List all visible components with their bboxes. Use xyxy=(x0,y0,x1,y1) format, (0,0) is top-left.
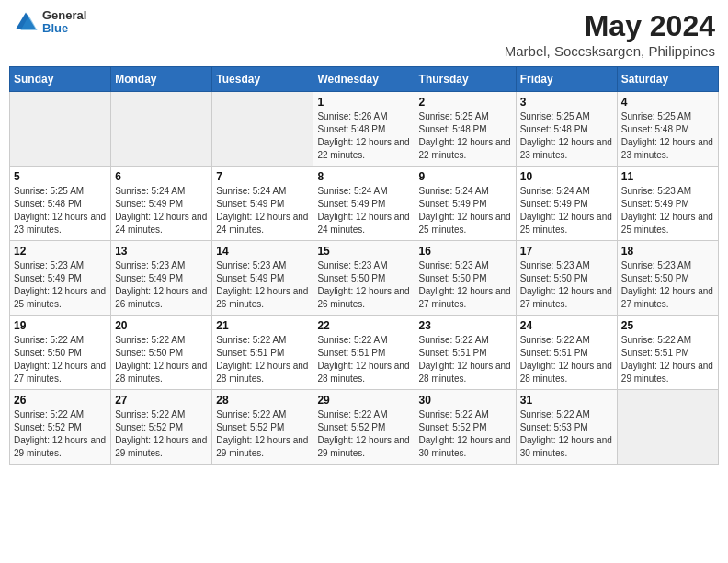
day-number: 22 xyxy=(317,319,410,332)
day-info: Sunrise: 5:22 AMSunset: 5:53 PMDaylight:… xyxy=(520,408,613,460)
day-number: 29 xyxy=(317,394,410,407)
day-number: 27 xyxy=(115,394,208,407)
calendar-cell: 15Sunrise: 5:23 AMSunset: 5:50 PMDayligh… xyxy=(313,241,415,316)
page-subtitle: Marbel, Soccsksargen, Philippines xyxy=(505,43,715,59)
calendar-cell: 6Sunrise: 5:24 AMSunset: 5:49 PMDaylight… xyxy=(111,167,212,241)
logo-icon xyxy=(13,9,39,35)
day-number: 3 xyxy=(520,96,613,109)
logo-text: General Blue xyxy=(42,9,86,36)
day-info: Sunrise: 5:24 AMSunset: 5:49 PMDaylight:… xyxy=(317,185,410,236)
day-info: Sunrise: 5:22 AMSunset: 5:50 PMDaylight:… xyxy=(115,334,208,385)
day-number: 26 xyxy=(14,394,107,407)
day-number: 5 xyxy=(14,170,107,183)
calendar-cell: 28Sunrise: 5:22 AMSunset: 5:52 PMDayligh… xyxy=(212,390,313,465)
calendar-cell: 29Sunrise: 5:22 AMSunset: 5:52 PMDayligh… xyxy=(313,390,415,465)
logo: General Blue xyxy=(13,9,86,36)
weekday-header: Saturday xyxy=(617,67,718,92)
calendar-cell: 20Sunrise: 5:22 AMSunset: 5:50 PMDayligh… xyxy=(111,316,212,390)
day-info: Sunrise: 5:25 AMSunset: 5:48 PMDaylight:… xyxy=(520,110,613,162)
day-info: Sunrise: 5:22 AMSunset: 5:51 PMDaylight:… xyxy=(317,334,410,385)
calendar-cell xyxy=(212,92,313,167)
calendar-week-row: 5Sunrise: 5:25 AMSunset: 5:48 PMDaylight… xyxy=(10,167,719,241)
day-info: Sunrise: 5:24 AMSunset: 5:49 PMDaylight:… xyxy=(115,185,208,236)
calendar-cell: 26Sunrise: 5:22 AMSunset: 5:52 PMDayligh… xyxy=(10,390,111,465)
day-info: Sunrise: 5:23 AMSunset: 5:50 PMDaylight:… xyxy=(621,259,714,311)
day-info: Sunrise: 5:23 AMSunset: 5:49 PMDaylight:… xyxy=(14,259,107,311)
calendar-cell: 2Sunrise: 5:25 AMSunset: 5:48 PMDaylight… xyxy=(415,92,516,167)
calendar-cell: 16Sunrise: 5:23 AMSunset: 5:50 PMDayligh… xyxy=(415,241,516,316)
day-number: 25 xyxy=(621,319,714,332)
calendar-cell: 13Sunrise: 5:23 AMSunset: 5:49 PMDayligh… xyxy=(111,241,212,316)
day-number: 10 xyxy=(520,170,613,183)
calendar-week-row: 12Sunrise: 5:23 AMSunset: 5:49 PMDayligh… xyxy=(10,241,719,316)
day-number: 14 xyxy=(216,245,309,258)
day-info: Sunrise: 5:22 AMSunset: 5:52 PMDaylight:… xyxy=(419,408,512,460)
calendar-cell: 21Sunrise: 5:22 AMSunset: 5:51 PMDayligh… xyxy=(212,316,313,390)
day-info: Sunrise: 5:23 AMSunset: 5:50 PMDaylight:… xyxy=(419,259,512,311)
calendar-table: SundayMondayTuesdayWednesdayThursdayFrid… xyxy=(9,66,719,465)
page-title: May 2024 xyxy=(505,9,715,43)
day-info: Sunrise: 5:26 AMSunset: 5:48 PMDaylight:… xyxy=(317,110,410,162)
day-info: Sunrise: 5:22 AMSunset: 5:52 PMDaylight:… xyxy=(317,408,410,460)
calendar-week-row: 1Sunrise: 5:26 AMSunset: 5:48 PMDaylight… xyxy=(10,92,719,167)
day-info: Sunrise: 5:24 AMSunset: 5:49 PMDaylight:… xyxy=(520,185,613,236)
calendar-cell: 8Sunrise: 5:24 AMSunset: 5:49 PMDaylight… xyxy=(313,167,415,241)
day-number: 28 xyxy=(216,394,309,407)
day-info: Sunrise: 5:22 AMSunset: 5:52 PMDaylight:… xyxy=(14,408,107,460)
weekday-header: Friday xyxy=(516,67,617,92)
day-info: Sunrise: 5:23 AMSunset: 5:50 PMDaylight:… xyxy=(520,259,613,311)
weekday-header: Thursday xyxy=(415,67,516,92)
day-info: Sunrise: 5:23 AMSunset: 5:50 PMDaylight:… xyxy=(317,259,410,311)
day-info: Sunrise: 5:24 AMSunset: 5:49 PMDaylight:… xyxy=(419,185,512,236)
day-info: Sunrise: 5:22 AMSunset: 5:52 PMDaylight:… xyxy=(115,408,208,460)
day-number: 31 xyxy=(520,394,613,407)
weekday-header: Monday xyxy=(111,67,212,92)
day-number: 16 xyxy=(419,245,512,258)
calendar-cell: 23Sunrise: 5:22 AMSunset: 5:51 PMDayligh… xyxy=(415,316,516,390)
calendar-week-row: 19Sunrise: 5:22 AMSunset: 5:50 PMDayligh… xyxy=(10,316,719,390)
day-number: 17 xyxy=(520,245,613,258)
day-info: Sunrise: 5:22 AMSunset: 5:51 PMDaylight:… xyxy=(216,334,309,385)
calendar-cell: 9Sunrise: 5:24 AMSunset: 5:49 PMDaylight… xyxy=(415,167,516,241)
calendar-cell: 3Sunrise: 5:25 AMSunset: 5:48 PMDaylight… xyxy=(516,92,617,167)
calendar-week-row: 26Sunrise: 5:22 AMSunset: 5:52 PMDayligh… xyxy=(10,390,719,465)
calendar-cell: 12Sunrise: 5:23 AMSunset: 5:49 PMDayligh… xyxy=(10,241,111,316)
day-number: 30 xyxy=(419,394,512,407)
day-number: 11 xyxy=(621,170,714,183)
calendar-cell: 24Sunrise: 5:22 AMSunset: 5:51 PMDayligh… xyxy=(516,316,617,390)
calendar-cell: 22Sunrise: 5:22 AMSunset: 5:51 PMDayligh… xyxy=(313,316,415,390)
day-info: Sunrise: 5:22 AMSunset: 5:50 PMDaylight:… xyxy=(14,334,107,385)
calendar-cell: 27Sunrise: 5:22 AMSunset: 5:52 PMDayligh… xyxy=(111,390,212,465)
day-info: Sunrise: 5:22 AMSunset: 5:52 PMDaylight:… xyxy=(216,408,309,460)
day-number: 8 xyxy=(317,170,410,183)
calendar-header: SundayMondayTuesdayWednesdayThursdayFrid… xyxy=(10,67,719,92)
day-info: Sunrise: 5:23 AMSunset: 5:49 PMDaylight:… xyxy=(216,259,309,311)
logo-general-text: General xyxy=(42,9,86,22)
day-number: 23 xyxy=(419,319,512,332)
calendar-cell: 11Sunrise: 5:23 AMSunset: 5:49 PMDayligh… xyxy=(617,167,718,241)
title-block: May 2024 Marbel, Soccsksargen, Philippin… xyxy=(505,9,715,59)
day-info: Sunrise: 5:25 AMSunset: 5:48 PMDaylight:… xyxy=(14,185,107,236)
calendar-cell: 14Sunrise: 5:23 AMSunset: 5:49 PMDayligh… xyxy=(212,241,313,316)
calendar-cell: 4Sunrise: 5:25 AMSunset: 5:48 PMDaylight… xyxy=(617,92,718,167)
day-number: 12 xyxy=(14,245,107,258)
weekday-header: Sunday xyxy=(10,67,111,92)
day-number: 20 xyxy=(115,319,208,332)
weekday-header: Tuesday xyxy=(212,67,313,92)
day-number: 7 xyxy=(216,170,309,183)
calendar-cell: 1Sunrise: 5:26 AMSunset: 5:48 PMDaylight… xyxy=(313,92,415,167)
day-info: Sunrise: 5:22 AMSunset: 5:51 PMDaylight:… xyxy=(621,334,714,385)
calendar-cell: 19Sunrise: 5:22 AMSunset: 5:50 PMDayligh… xyxy=(10,316,111,390)
day-info: Sunrise: 5:23 AMSunset: 5:49 PMDaylight:… xyxy=(115,259,208,311)
calendar-cell: 18Sunrise: 5:23 AMSunset: 5:50 PMDayligh… xyxy=(617,241,718,316)
day-number: 19 xyxy=(14,319,107,332)
day-number: 2 xyxy=(419,96,512,109)
day-number: 15 xyxy=(317,245,410,258)
day-info: Sunrise: 5:22 AMSunset: 5:51 PMDaylight:… xyxy=(419,334,512,385)
day-info: Sunrise: 5:25 AMSunset: 5:48 PMDaylight:… xyxy=(419,110,512,162)
logo-blue-text: Blue xyxy=(42,22,86,35)
calendar-cell xyxy=(617,390,718,465)
calendar-cell: 25Sunrise: 5:22 AMSunset: 5:51 PMDayligh… xyxy=(617,316,718,390)
day-number: 9 xyxy=(419,170,512,183)
weekday-header: Wednesday xyxy=(313,67,415,92)
